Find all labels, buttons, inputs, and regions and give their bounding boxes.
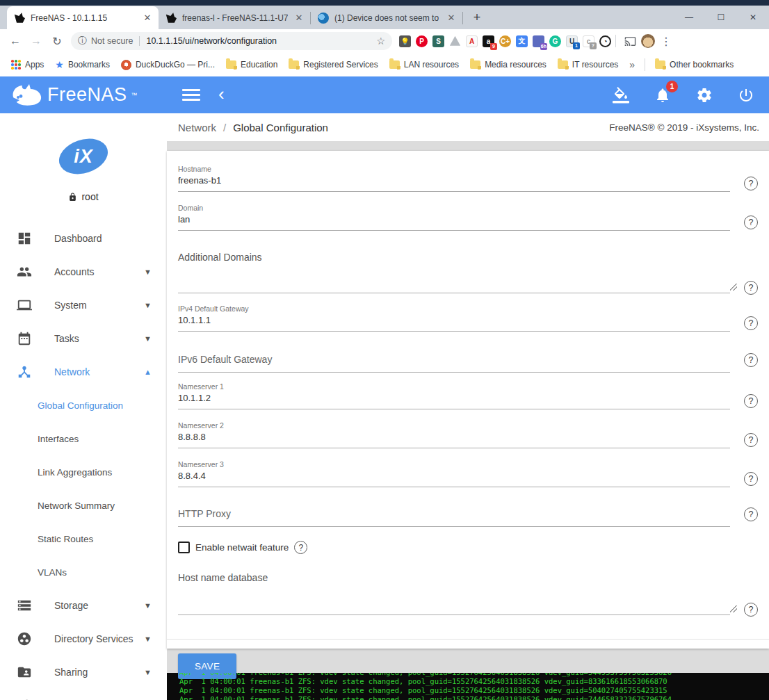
sidebar-item-label: Sharing [54, 667, 144, 678]
breadcrumb-network[interactable]: Network [178, 122, 216, 133]
sidebar-item-directory-services[interactable]: Directory Services ▼ [0, 622, 167, 656]
bookmark-folder-education[interactable]: Education [222, 58, 282, 72]
console-footer[interactable]: Apr 1 04:00:01 freenas-b1 ZFS: vdev stat… [167, 673, 769, 700]
sidebar-item-dashboard[interactable]: Dashboard [0, 222, 167, 255]
nameserver2-input[interactable] [178, 430, 730, 448]
bookmark-folder-registered-services[interactable]: Registered Services [284, 58, 382, 72]
new-tab-button[interactable]: + [467, 8, 487, 27]
bookmarks-overflow-icon[interactable]: » [625, 59, 639, 70]
other-bookmarks-folder[interactable]: Other bookmarks [651, 58, 738, 72]
hostname-database-help-icon[interactable]: ? [744, 603, 758, 617]
shield-extension-icon[interactable]: U1 [566, 35, 578, 47]
back-icon[interactable]: ← [6, 31, 25, 51]
misc-extension-icon[interactable]: c? [583, 35, 594, 47]
amazon-extension-icon[interactable]: a9 [483, 35, 494, 47]
power-icon[interactable] [736, 85, 756, 106]
network-hub-icon [17, 364, 32, 380]
pinterest-extension-icon[interactable]: P [416, 35, 428, 47]
sidebar-item-link-aggregations[interactable]: Link Aggregations [0, 455, 167, 489]
info-icon[interactable]: ⓘ [78, 35, 87, 47]
sidebar-item-interfaces[interactable]: Interfaces [0, 422, 167, 455]
additional-domains-help-icon[interactable]: ? [744, 281, 758, 295]
grammarly-extension-icon[interactable]: G [549, 35, 561, 47]
collapse-chevron-icon[interactable]: ‹ [218, 85, 225, 103]
freenas-brand[interactable]: FreeNAS ™ [0, 76, 167, 113]
green-s-extension-icon[interactable]: S [432, 35, 444, 47]
gauge-extension-icon[interactable]: ◔ [599, 35, 611, 47]
apps-shortcut[interactable]: Apps [7, 58, 48, 72]
main-content: Network / Global Configuration FreeNAS® … [167, 113, 769, 700]
ipv6-gateway-input[interactable] [178, 352, 730, 373]
bookmarks-bar: Apps ★ Bookmarks DuckDuckGo — Pri... Edu… [0, 53, 769, 76]
reload-icon[interactable]: ↻ [47, 31, 67, 51]
netwait-help-icon[interactable]: ? [294, 541, 307, 554]
lightbulb-extension-icon[interactable]: 💡 [399, 35, 411, 47]
settings-gear-icon[interactable] [694, 85, 715, 106]
sidebar-item-vlans[interactable]: VLANs [0, 555, 167, 589]
browser-menu-icon[interactable]: ⋮ [656, 31, 676, 51]
cast-icon[interactable] [620, 31, 640, 51]
tab-freenas[interactable]: FreeNAS - 10.1.1.15 ✕ [7, 6, 159, 29]
bookmark-folder-media-resources[interactable]: Media resources [466, 58, 551, 72]
global-configuration-form-card: Hostname ? Domain ? Additional Domains ?… [167, 151, 769, 649]
sidebar-item-storage[interactable]: Storage ▼ [0, 589, 167, 622]
tab-freenas-l[interactable]: freenas-l - FreeNAS-11.1-U7 (b4 ✕ [159, 6, 310, 29]
netwait-checkbox[interactable] [178, 542, 190, 553]
nameserver1-help-icon[interactable]: ? [744, 394, 758, 408]
pdf-extension-icon[interactable]: A [466, 35, 478, 47]
url-text[interactable]: 10.1.1.15/ui/network/configuration [146, 36, 376, 46]
nameserver3-input[interactable] [178, 469, 730, 487]
sidebar-item-global-configuration[interactable]: Global Configuration [0, 389, 167, 422]
ipv4-gateway-input[interactable] [178, 313, 730, 332]
bookmark-star-icon[interactable]: ☆ [376, 35, 385, 47]
bookmark-folder-lan-resources[interactable]: LAN resources [385, 58, 463, 72]
bookmark-folder-it-resources[interactable]: IT resources [553, 58, 622, 72]
close-button[interactable]: ✕ [737, 6, 769, 29]
textarea-resize-handle[interactable] [730, 605, 737, 612]
domain-help-icon[interactable]: ? [744, 215, 758, 229]
forward-icon[interactable]: → [26, 31, 46, 51]
address-bar[interactable]: ⓘ Not secure 10.1.1.15/ui/network/config… [71, 32, 392, 50]
sidebar-item-sharing[interactable]: Sharing ▼ [0, 656, 167, 689]
sidebar-item-network[interactable]: Network ▲ [0, 355, 167, 389]
nameserver3-help-icon[interactable]: ? [744, 472, 758, 486]
bookmarks-shortcut[interactable]: ★ Bookmarks [51, 57, 114, 72]
tab-close-icon[interactable]: ✕ [293, 13, 305, 24]
hostname-input[interactable] [178, 173, 730, 192]
tab-close-icon[interactable]: ✕ [446, 13, 457, 24]
ipv4-gateway-help-icon[interactable]: ? [744, 316, 758, 330]
minimize-button[interactable]: — [673, 6, 705, 29]
hostname-help-icon[interactable]: ? [744, 177, 758, 190]
sidenav: iX root Dashboard Accounts ▼ System ▼ [0, 113, 167, 700]
domain-input[interactable] [178, 212, 730, 231]
theme-paint-icon[interactable] [610, 85, 631, 106]
tab-close-icon[interactable]: ✕ [142, 13, 153, 24]
sixh-extension-icon[interactable]: 6h [533, 35, 544, 47]
sidebar-item-system[interactable]: System ▼ [0, 288, 167, 322]
sidebar-item-tasks[interactable]: Tasks ▼ [0, 322, 167, 355]
browser-toolbar: ← → ↻ ⓘ Not secure 10.1.1.15/ui/network/… [0, 29, 769, 53]
sidebar-item-services[interactable]: Services [0, 689, 167, 700]
bookmark-duckduckgo[interactable]: DuckDuckGo — Pri... [117, 58, 219, 72]
notifications-bell-icon[interactable]: 1 [652, 85, 673, 106]
ipv6-gateway-help-icon[interactable]: ? [744, 353, 758, 367]
gold-c-extension-icon[interactable]: C+ [499, 35, 511, 47]
http-proxy-help-icon[interactable]: ? [744, 507, 758, 521]
sidenav-toggle-icon[interactable] [182, 86, 200, 104]
translate-extension-icon[interactable]: 文 [516, 35, 528, 47]
tab-device-forum[interactable]: (1) Device does not seem to be f ✕ [311, 6, 462, 29]
sidebar-item-static-routes[interactable]: Static Routes [0, 522, 167, 555]
drive-extension-icon[interactable] [449, 35, 461, 47]
sidebar-item-label: Storage [54, 600, 144, 611]
http-proxy-input[interactable] [178, 507, 730, 527]
textarea-resize-handle[interactable] [730, 284, 737, 291]
hostname-database-textarea[interactable] [178, 593, 730, 615]
nameserver1-input[interactable] [178, 391, 730, 409]
sidebar-item-network-summary[interactable]: Network Summary [0, 489, 167, 522]
header-toolbar: ‹ 1 [167, 76, 769, 113]
profile-avatar[interactable] [641, 34, 655, 48]
maximize-button[interactable]: ☐ [705, 6, 737, 29]
nameserver2-help-icon[interactable]: ? [744, 433, 758, 447]
sidebar-item-accounts[interactable]: Accounts ▼ [0, 255, 167, 288]
additional-domains-textarea[interactable] [178, 271, 730, 293]
